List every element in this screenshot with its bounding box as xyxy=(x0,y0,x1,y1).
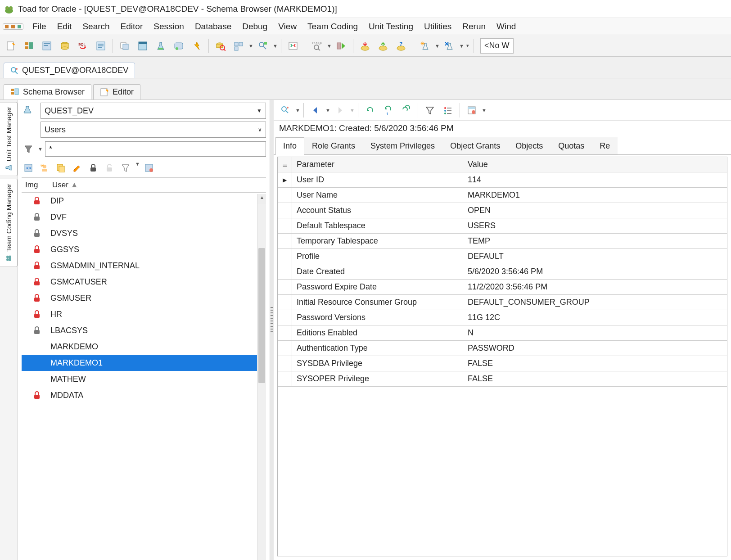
col-header-value[interactable]: Value xyxy=(463,157,727,172)
dropdown-arrow-icon[interactable]: ▼ xyxy=(327,43,331,49)
user-row[interactable]: MARKDEMO xyxy=(22,339,266,355)
user-row[interactable]: GSMCATUSER xyxy=(22,274,266,290)
parameter-row[interactable]: Initial Resource Consumer GroupDEFAULT_C… xyxy=(278,295,727,310)
vtab-unit-test-manager[interactable]: Unit Test Manager xyxy=(0,102,18,176)
plsql-probe-button[interactable] xyxy=(255,38,271,54)
user-row[interactable]: MDDATA xyxy=(22,387,266,403)
new-user-button[interactable]: ✳ xyxy=(38,161,51,175)
db-help-button[interactable]: ? xyxy=(393,38,409,54)
object-type-dropdown[interactable]: Users ∨ xyxy=(41,122,266,138)
filter-button[interactable] xyxy=(422,102,438,118)
parameter-row[interactable]: User NameMARKDEMO1 xyxy=(278,188,727,203)
parameter-row[interactable]: ProfileDEFAULT xyxy=(278,249,727,264)
parameter-row[interactable]: Password Expire Date11/2/2020 3:56:46 PM xyxy=(278,280,727,295)
refresh1-button[interactable]: 1 xyxy=(380,102,396,118)
sql-recall-button[interactable]: SQL xyxy=(75,38,91,54)
parameter-row[interactable]: Date Created5/6/2020 3:56:46 PM xyxy=(278,264,727,280)
editor-button[interactable] xyxy=(39,38,55,54)
parameter-row[interactable]: SYSDBA PrivilegeFALSE xyxy=(278,356,727,371)
parameter-row[interactable]: Password Versions11G 12C xyxy=(278,310,727,325)
menu-unit-testing[interactable]: Unit Testing xyxy=(363,20,419,33)
tab-schema-browser[interactable]: Schema Browser xyxy=(4,84,91,99)
execute-button[interactable] xyxy=(189,38,205,54)
workspace-selector[interactable]: <No W xyxy=(480,38,514,54)
dropdown-arrow-icon[interactable]: ▼ xyxy=(482,108,486,113)
menu-database[interactable]: Database xyxy=(190,20,237,33)
user-row[interactable]: GGSYS xyxy=(22,241,266,257)
new-flask-button[interactable]: ✳ xyxy=(417,38,433,54)
grid-options-button[interactable] xyxy=(142,161,156,175)
filter-button[interactable] xyxy=(119,161,132,175)
col-header-parameter[interactable]: Parameter xyxy=(292,157,463,172)
user-row[interactable]: MARKDEMO1 xyxy=(22,355,266,371)
clone-user-button[interactable] xyxy=(54,161,68,175)
run-button[interactable] xyxy=(333,38,349,54)
col-header-img[interactable]: Img xyxy=(22,178,49,192)
user-row[interactable]: MATHEW xyxy=(22,371,266,387)
list-view-button[interactable] xyxy=(440,102,456,118)
tablespace-button[interactable] xyxy=(230,38,247,54)
user-row[interactable]: DIP xyxy=(22,193,266,209)
schema-browser-button[interactable] xyxy=(21,38,37,54)
tab-object-grants[interactable]: Object Grants xyxy=(442,137,508,154)
tab-editor[interactable]: Editor xyxy=(93,84,140,99)
dropdown-arrow-icon[interactable]: ▾ xyxy=(465,43,470,49)
refresh-button[interactable] xyxy=(362,102,378,118)
plsql-search-button[interactable]: PLSQL xyxy=(309,38,325,54)
commit-button[interactable] xyxy=(357,38,373,54)
menu-debug[interactable]: Debug xyxy=(237,20,273,33)
user-row[interactable]: DVF xyxy=(22,209,266,225)
parameter-row[interactable]: Account StatusOPEN xyxy=(278,203,727,218)
dropdown-arrow-icon[interactable]: ▼ xyxy=(135,161,140,175)
tab-objects[interactable]: Objects xyxy=(508,137,551,154)
schema-dropdown[interactable]: QUEST_DEV ▼ xyxy=(41,103,266,119)
output-button[interactable] xyxy=(171,38,187,54)
menu-file[interactable]: File xyxy=(27,20,52,33)
parameter-row[interactable]: Authentication TypePASSWORD xyxy=(278,341,727,356)
user-row[interactable]: GSMUSER xyxy=(22,290,266,306)
lock-user-button[interactable] xyxy=(86,161,100,175)
describe-button[interactable] xyxy=(93,38,109,54)
parameter-row[interactable]: Default TablespaceUSERS xyxy=(278,218,727,234)
connection-tab[interactable]: QUEST_DEV@ORA18CDEV xyxy=(4,63,135,78)
window-list-button[interactable] xyxy=(117,38,133,54)
user-row[interactable]: GSMADMIN_INTERNAL xyxy=(22,257,266,274)
dropdown-arrow-icon[interactable]: ▼ xyxy=(38,146,42,152)
parameter-row[interactable]: Temporary TablespaceTEMP xyxy=(278,234,727,249)
tab-re[interactable]: Re xyxy=(592,137,618,154)
tab-info[interactable]: Info xyxy=(275,137,304,155)
parameter-row[interactable]: SYSOPER PrivilegeFALSE xyxy=(278,371,727,387)
dropdown-arrow-icon[interactable]: ▼ xyxy=(325,108,330,113)
new-file-button[interactable] xyxy=(3,38,19,54)
menu-search[interactable]: Search xyxy=(77,20,115,33)
edit-user-button[interactable] xyxy=(70,161,84,175)
menu-session[interactable]: Session xyxy=(148,20,190,33)
filter-input[interactable] xyxy=(45,141,266,157)
filter-funnel-icon[interactable] xyxy=(22,142,35,156)
dropdown-arrow-icon[interactable]: ▼ xyxy=(273,43,277,49)
menubar-handle-icon[interactable] xyxy=(3,23,23,30)
tab-role-grants[interactable]: Role Grants xyxy=(304,137,363,154)
menu-wind[interactable]: Wind xyxy=(491,20,521,33)
dropdown-arrow-icon[interactable]: ▼ xyxy=(459,43,464,49)
db-icon-button[interactable] xyxy=(57,38,73,54)
refresh-all-button[interactable] xyxy=(398,102,414,118)
tab-quotas[interactable]: Quotas xyxy=(551,137,592,154)
rollback-button[interactable] xyxy=(375,38,391,54)
row-marker-header[interactable] xyxy=(278,157,292,172)
menu-rerun[interactable]: Rerun xyxy=(457,20,491,33)
user-row[interactable]: LBACSYS xyxy=(22,322,266,339)
refresh-connection-icon[interactable] xyxy=(277,102,293,118)
unlock-user-button[interactable] xyxy=(103,161,116,175)
splitter[interactable] xyxy=(270,100,274,560)
menu-editor[interactable]: Editor xyxy=(115,20,149,33)
vtab-team-coding-manager[interactable]: Team Coding Manager xyxy=(0,179,18,267)
parameter-row[interactable]: Editions EnabledN xyxy=(278,325,727,341)
parameter-row[interactable]: User ID114 xyxy=(278,172,727,188)
back-button[interactable] xyxy=(307,102,324,118)
col-header-user[interactable]: User ▲ xyxy=(49,178,266,192)
session-browser-button[interactable] xyxy=(135,38,151,54)
grid-settings-button[interactable] xyxy=(464,102,480,118)
tab-system-privileges[interactable]: System Privileges xyxy=(363,137,442,154)
menu-view[interactable]: View xyxy=(273,20,302,33)
